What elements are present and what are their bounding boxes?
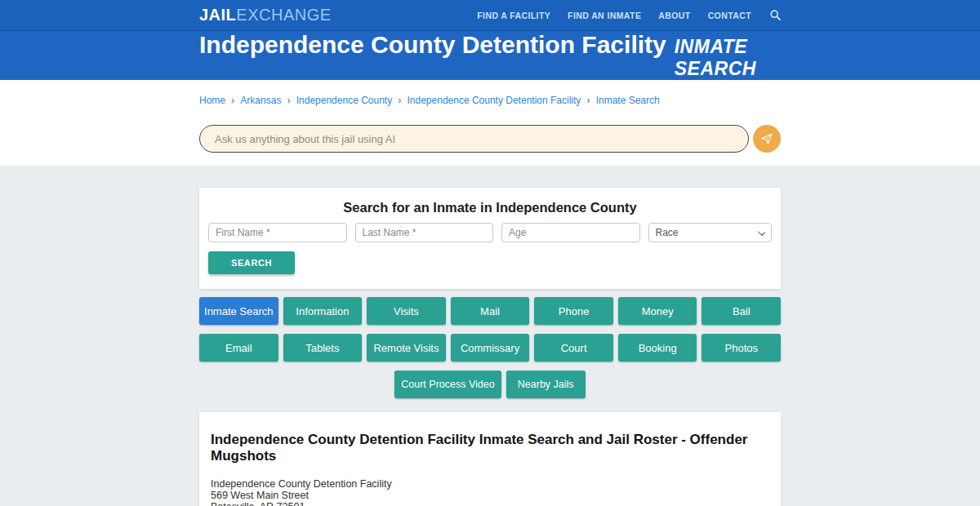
breadcrumb-inmate-search[interactable]: Inmate Search — [596, 95, 660, 106]
nav-about[interactable]: ABOUT — [658, 11, 690, 20]
tab-remote-visits[interactable]: Remote Visits — [367, 334, 446, 362]
search-submit-button[interactable]: SEARCH — [208, 251, 295, 274]
first-name-field[interactable] — [208, 223, 347, 242]
tab-court-process-video[interactable]: Court Process Video — [394, 371, 501, 398]
tab-email[interactable]: Email — [199, 334, 278, 362]
tab-tablets[interactable]: Tablets — [283, 334, 363, 362]
facility-nav-buttons: Inmate Search Information Visits Mail Ph… — [199, 297, 781, 398]
tab-information[interactable]: Information — [283, 297, 363, 325]
breadcrumb-ai-section: Home › Arkansas › Independence County › … — [0, 80, 980, 166]
chevron-right-icon: › — [586, 94, 590, 106]
chevron-right-icon: › — [398, 94, 401, 106]
top-header: JAILEXCHANGE FIND A FACILITY FIND AN INM… — [0, 0, 980, 31]
site-logo[interactable]: JAILEXCHANGE — [199, 6, 332, 24]
facility-city-state: Batesville, AR 72501 — [211, 501, 769, 506]
search-icon[interactable] — [770, 10, 781, 20]
breadcrumb-arkansas[interactable]: Arkansas — [240, 95, 281, 106]
breadcrumb: Home › Arkansas › Independence County › … — [199, 94, 781, 106]
race-select[interactable]: Race — [648, 223, 773, 242]
tab-inmate-search[interactable]: Inmate Search — [199, 297, 278, 325]
chevron-right-icon: › — [231, 94, 234, 106]
chevron-right-icon: › — [287, 94, 290, 106]
facility-name: Independence County Detention Facility — [211, 478, 769, 490]
tab-nearby-jails[interactable]: Nearby Jails — [506, 371, 586, 398]
ai-question-input[interactable] — [199, 125, 749, 153]
nav-find-a-facility[interactable]: FIND A FACILITY — [477, 11, 550, 20]
race-select-wrap: Race — [648, 223, 773, 242]
breadcrumb-detention-facility[interactable]: Independence County Detention Facility — [408, 95, 581, 106]
tab-booking[interactable]: Booking — [618, 334, 697, 362]
tab-visits[interactable]: Visits — [367, 297, 446, 325]
tab-court[interactable]: Court — [534, 334, 613, 362]
tab-money[interactable]: Money — [618, 297, 697, 325]
age-field[interactable] — [501, 223, 640, 242]
ai-send-button[interactable] — [753, 125, 781, 153]
logo-text-jail: JAIL — [199, 6, 236, 24]
tab-commissary[interactable]: Commissary — [451, 334, 530, 362]
tab-bail[interactable]: Bail — [702, 297, 781, 325]
top-nav: FIND A FACILITY FIND AN INMATE ABOUT CON… — [477, 10, 781, 20]
page-banner: Independence County Detention Facility I… — [0, 31, 980, 80]
last-name-field[interactable] — [355, 223, 494, 242]
logo-text-exchange: EXCHANGE — [236, 6, 331, 24]
inmate-search-card: Search for an Inmate in Independence Cou… — [199, 188, 781, 289]
page-subtitle: INMATE SEARCH — [675, 36, 781, 80]
nav-contact[interactable]: CONTACT — [708, 11, 751, 20]
content-heading: Independence County Detention Facility I… — [211, 432, 769, 464]
page-title: Independence County Detention Facility — [199, 31, 666, 59]
breadcrumb-home[interactable]: Home — [199, 95, 225, 106]
search-form-title: Search for an Inmate in Independence Cou… — [208, 200, 772, 215]
breadcrumb-independence-county[interactable]: Independence County — [296, 95, 392, 106]
facility-street: 569 West Main Street — [211, 490, 769, 501]
tab-phone[interactable]: Phone — [534, 297, 613, 325]
paper-plane-icon — [760, 132, 773, 145]
main-content: Search for an Inmate in Independence Cou… — [0, 166, 980, 506]
facility-info-card: Independence County Detention Facility I… — [199, 412, 781, 506]
nav-find-an-inmate[interactable]: FIND AN INMATE — [568, 11, 641, 20]
tab-mail[interactable]: Mail — [451, 297, 530, 325]
tab-photos[interactable]: Photos — [702, 334, 781, 362]
